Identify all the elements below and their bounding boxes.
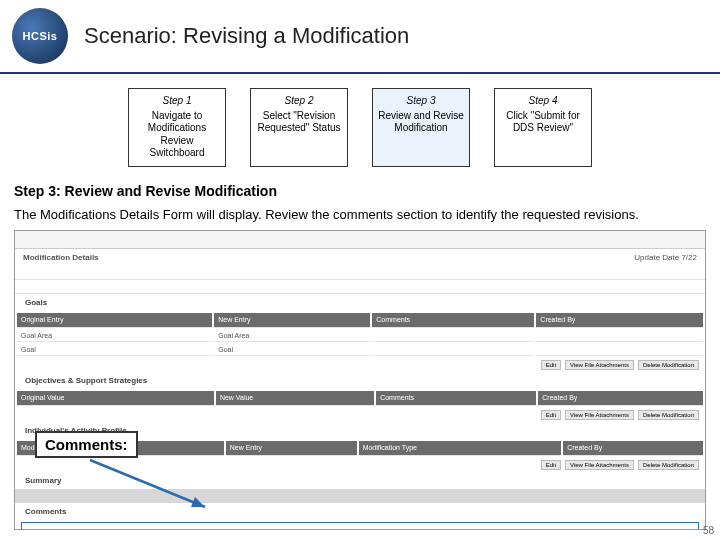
step-2: Step 2 Select "Revision Requested" Statu… [250,88,348,167]
edit-button[interactable]: Edit [541,360,561,370]
step-1: Step 1 Navigate to Modifications Review … [128,88,226,167]
step-2-label: Step 2 [255,95,343,108]
delete-button-3[interactable]: Delete Modification [638,460,699,470]
delete-button[interactable]: Delete Modification [638,360,699,370]
edit-button-2[interactable]: Edit [541,410,561,420]
delete-button-2[interactable]: Delete Modification [638,410,699,420]
region-title: Modification Details [23,253,99,262]
step-3-label: Step 3 [377,95,465,108]
view-file-button[interactable]: View File Attachments [565,360,634,370]
step-4-label: Step 4 [499,95,587,108]
edit-button-3[interactable]: Edit [541,460,561,470]
update-date: Update Date 7/22 [634,253,697,262]
objectives-table: Original ValueNew ValueCommentsCreated B… [15,389,705,408]
goals-header: Goals [25,298,47,307]
view-file-button-3[interactable]: View File Attachments [565,460,634,470]
goals-table: Original EntryNew EntryCommentsCreated B… [15,311,705,358]
page-title: Scenario: Revising a Modification [84,23,409,49]
steps-row: Step 1 Navigate to Modifications Review … [0,74,720,177]
step-1-label: Step 1 [133,95,221,108]
logo-text: HCSis [23,30,58,42]
section-title: Step 3: Review and Revise Modification [0,177,720,203]
view-file-button-2[interactable]: View File Attachments [565,410,634,420]
page-number: 58 [703,525,714,536]
section-desc: The Modifications Details Form will disp… [0,203,720,230]
form-screenshot: Modification Details Update Date 7/22 Go… [14,230,706,530]
step-1-desc: Navigate to Modifications Review Switchb… [148,110,206,159]
step-3: Step 3 Review and Revise Modification [372,88,470,167]
step-2-desc: Select "Revision Requested" Status [257,110,340,134]
objectives-header: Objectives & Support Strategies [25,376,147,385]
step-3-desc: Review and Revise Modification [378,110,464,134]
step-4: Step 4 Click "Submit for DDS Review" [494,88,592,167]
step-4-desc: Click "Submit for DDS Review" [506,110,580,134]
arrow-icon [85,455,225,515]
svg-marker-1 [191,497,205,507]
summary-header: Summary [25,476,61,485]
hcsis-logo: HCSis [12,8,68,64]
comments-callout: Comments: [35,431,138,458]
comments-header: Comments [25,507,66,516]
comments-highlight [21,522,699,530]
goals-buttons: Edit View File Attachments Delete Modifi… [15,358,705,372]
svg-line-0 [90,460,205,507]
